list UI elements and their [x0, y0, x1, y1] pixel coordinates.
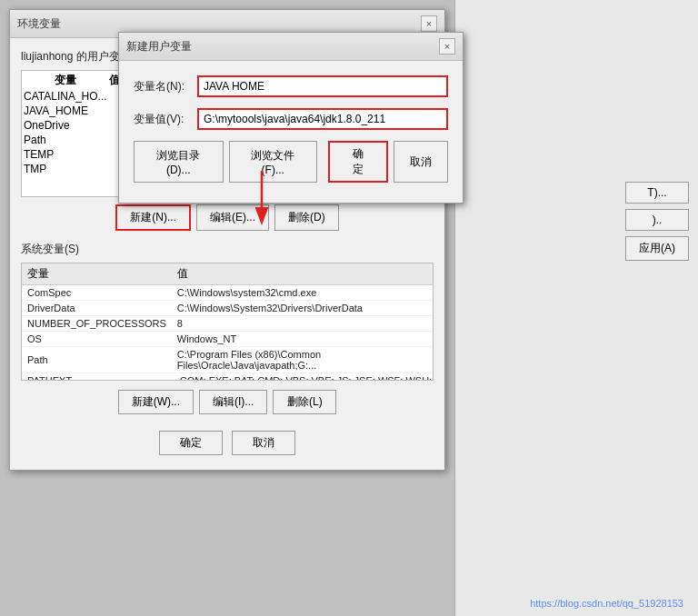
new-var-titlebar: 新建用户变量 ×	[119, 33, 463, 61]
user-vars-buttons: 新建(N)... 编辑(E)... 删除(D)	[21, 204, 434, 231]
sys-vars-col-val: 值	[172, 263, 434, 285]
table-row[interactable]: TMP	[24, 163, 120, 175]
env-cancel-button[interactable]: 取消	[232, 431, 295, 455]
table-row[interactable]: ComSpec C:\Windows\system32\cmd.exe	[22, 285, 434, 301]
var-name-row: 变量名(N):	[134, 75, 448, 97]
var-name: DriverData	[22, 301, 172, 316]
env-ok-button[interactable]: 确定	[159, 431, 223, 455]
sys-vars-section: 系统变量(S) 变量 值 ComSpec C:\Windows\system32…	[21, 242, 434, 381]
sys-vars-label: 系统变量(S)	[21, 242, 434, 257]
new-var-cancel-button[interactable]: 取消	[394, 141, 448, 183]
apply-button[interactable]: 应用(A)	[625, 236, 689, 261]
sys-delete-button[interactable]: 删除(L)	[273, 390, 336, 414]
env-dialog-title: 环境变量	[17, 16, 61, 32]
table-row[interactable]: CATALINA_HO...	[24, 90, 120, 103]
browse-file-button[interactable]: 浏览文件(F)...	[229, 141, 317, 183]
var-name: TMP	[24, 163, 107, 175]
var-name-input[interactable]	[197, 75, 448, 97]
bg-btn-2[interactable]: )..	[625, 209, 689, 231]
new-var-browse-buttons: 浏览目录(D)... 浏览文件(F)... 确定 取消	[134, 141, 448, 183]
var-name: NUMBER_OF_PROCESSORS	[22, 316, 172, 332]
new-var-title: 新建用户变量	[126, 39, 192, 55]
table-row[interactable]: OS Windows_NT	[22, 332, 434, 347]
var-name: Path	[22, 347, 172, 373]
sys-edit-button[interactable]: 编辑(I)...	[199, 390, 267, 414]
sys-vars-buttons: 新建(W)... 编辑(I)... 删除(L)	[21, 390, 434, 414]
var-name: PATHEXT	[22, 373, 172, 382]
var-name: Path	[24, 134, 107, 146]
bg-btn-1[interactable]: T)...	[625, 182, 689, 204]
table-row[interactable]: PATHEXT .COM;.EXE;.BAT;.CMD;.VBS;.VBE;.J…	[22, 373, 434, 382]
var-name: CATALINA_HO...	[24, 90, 107, 103]
table-row[interactable]: Path C:\Program Files (x86)\Common Files…	[22, 347, 434, 373]
var-value-label: 变量值(V):	[134, 112, 197, 127]
new-var-ok-button[interactable]: 确定	[328, 141, 388, 183]
browse-dir-button[interactable]: 浏览目录(D)...	[134, 141, 224, 183]
var-name: ComSpec	[22, 285, 172, 301]
var-value: C:\Windows\System32\Drivers\DriverData	[172, 301, 434, 316]
var-name: TEMP	[24, 148, 107, 161]
sys-vars-table-container[interactable]: 变量 值 ComSpec C:\Windows\system32\cmd.exe…	[21, 263, 434, 381]
table-row[interactable]: OneDrive	[24, 119, 120, 132]
user-vars-table: 变量 值 CATALINA_HO... JAVA_HOME	[22, 71, 122, 177]
table-row[interactable]: NUMBER_OF_PROCESSORS 8	[22, 316, 434, 332]
table-row[interactable]: DriverData C:\Windows\System32\Drivers\D…	[22, 301, 434, 316]
user-edit-button[interactable]: 编辑(E)...	[196, 204, 269, 231]
env-dialog-bottom-buttons: 确定 取消	[21, 423, 434, 459]
var-value: 8	[172, 316, 434, 332]
new-var-body: 变量名(N): 变量值(V): 浏览目录(D)... 浏览文件(F)... 确定…	[119, 61, 463, 203]
var-value: C:\Program Files (x86)\Common Files\Orac…	[172, 347, 434, 373]
background-window: T)... ).. 应用(A)	[454, 0, 698, 616]
sys-new-button[interactable]: 新建(W)...	[118, 390, 194, 414]
new-var-close[interactable]: ×	[439, 38, 455, 55]
var-value: Windows_NT	[172, 332, 434, 347]
var-value-row: 变量值(V):	[134, 108, 448, 130]
var-value: C:\Windows\system32\cmd.exe	[172, 285, 434, 301]
var-name-label: 变量名(N):	[134, 79, 197, 94]
sys-vars-col-var: 变量	[22, 263, 172, 285]
var-name: OneDrive	[24, 119, 107, 132]
user-delete-button[interactable]: 删除(D)	[274, 204, 339, 231]
table-row[interactable]: TEMP	[24, 148, 120, 161]
sys-vars-table: 变量 值 ComSpec C:\Windows\system32\cmd.exe…	[22, 263, 434, 381]
var-name: OS	[22, 332, 172, 347]
user-new-button[interactable]: 新建(N)...	[115, 204, 191, 231]
table-row[interactable]: JAVA_HOME	[24, 104, 120, 117]
bg-button-group: T)... ).. 应用(A)	[625, 182, 689, 261]
var-value: .COM;.EXE;.BAT;.CMD;.VBS;.VBE;.JS;.JSE;.…	[172, 373, 434, 382]
var-name: JAVA_HOME	[24, 104, 107, 117]
new-var-dialog: 新建用户变量 × 变量名(N): 变量值(V): 浏览目录(D)... 浏览文件…	[118, 32, 464, 204]
watermark: https://blog.csdn.net/qq_51928153	[530, 598, 683, 609]
table-row[interactable]: Path	[24, 134, 120, 146]
env-dialog-close[interactable]: ×	[421, 15, 437, 32]
var-value-input[interactable]	[197, 108, 448, 130]
user-vars-col-var: 变量	[24, 73, 107, 88]
